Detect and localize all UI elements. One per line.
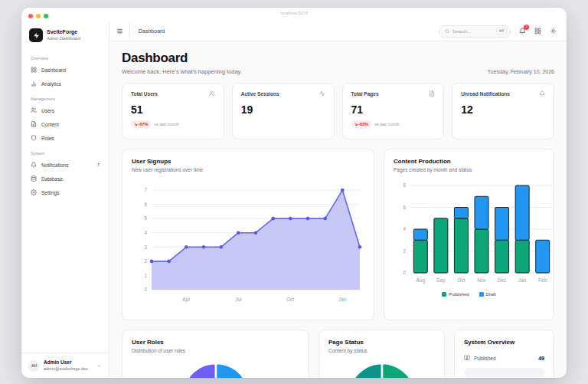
card-title: System Overview xyxy=(464,339,544,346)
user-signups-chart: 01234567AprJulOctJan xyxy=(132,178,364,310)
search-input[interactable]: Search... ⌘K xyxy=(439,25,511,38)
bar-chart-icon xyxy=(31,80,37,87)
window-title: localhost:5173 xyxy=(21,11,567,15)
svg-text:4: 4 xyxy=(144,230,147,235)
svg-text:0: 0 xyxy=(144,287,147,292)
svg-text:Apr: Apr xyxy=(182,297,191,303)
sidebar-toggle-button[interactable] xyxy=(109,21,130,41)
production-legend: PublishedDraft xyxy=(394,292,544,297)
stat-label: Total Users xyxy=(131,91,158,97)
bottom-row: User Roles Distribution of user roles Pa… xyxy=(122,330,554,378)
sidebar-item-label: Roles xyxy=(41,136,54,141)
stats-row: Total Users 51 ↘-67% vs last month Activ… xyxy=(122,83,554,139)
svg-text:0: 0 xyxy=(403,270,406,275)
overview-row-published: Published 49 xyxy=(464,355,544,361)
legend-swatch xyxy=(479,292,484,297)
legend-item-draft: Draft xyxy=(479,292,496,297)
stat-value: 71 xyxy=(351,103,436,116)
gear-icon xyxy=(31,189,37,195)
delta-note: vs last month xyxy=(154,122,178,126)
book-icon xyxy=(464,355,470,361)
trend-down-icon: ↘ xyxy=(134,122,138,126)
user-menu[interactable]: AU Admin User admin@svelteforge.dev xyxy=(21,353,109,378)
svg-text:5: 5 xyxy=(144,215,147,221)
chart-title: User Signups xyxy=(132,158,364,165)
chart-subtitle: Distribution of user roles xyxy=(132,348,299,353)
chart-title: Content Production xyxy=(394,158,544,165)
stat-value: 51 xyxy=(131,103,215,116)
overview-label: Published xyxy=(474,356,496,361)
svg-text:8: 8 xyxy=(403,182,406,188)
file-text-icon xyxy=(429,90,435,97)
shield-icon xyxy=(31,135,37,141)
sidebar-item-users[interactable]: Users xyxy=(28,104,103,117)
file-text-icon xyxy=(31,121,37,127)
pie-chart-svg xyxy=(179,360,253,378)
user-name: Admin User xyxy=(44,359,88,366)
sidebar-item-dashboard[interactable]: Dashboard xyxy=(28,64,103,76)
brand-logo xyxy=(29,28,43,42)
topbar: Dashboard Search... ⌘K 7 xyxy=(109,21,567,41)
stat-card-unread-notifications: Unread Notifications 12 xyxy=(452,83,554,139)
sidebar-item-roles[interactable]: Roles xyxy=(28,132,103,144)
stat-value: 19 xyxy=(241,103,325,116)
sidebar-item-label: Settings xyxy=(41,190,60,195)
svg-text:Aug: Aug xyxy=(416,277,425,284)
theme-toggle-button[interactable] xyxy=(550,28,557,34)
bolt-icon xyxy=(33,32,40,39)
svg-text:Dec: Dec xyxy=(498,277,507,283)
nav-section-system: System xyxy=(31,151,100,156)
stat-label: Active Sessions xyxy=(241,91,279,97)
pie-chart-svg xyxy=(345,360,419,378)
browser-window: localhost:5173 SvelteForge Admin Dashboa… xyxy=(21,8,567,378)
chart-subtitle: Pages created by month and status xyxy=(394,167,544,172)
overview-value: 49 xyxy=(538,356,544,361)
svg-text:2: 2 xyxy=(144,258,147,264)
sidebar-item-settings[interactable]: Settings xyxy=(28,186,103,199)
sidebar-item-notifications[interactable]: Notifications 7 xyxy=(28,159,103,171)
notifications-button[interactable]: 7 xyxy=(519,28,526,34)
content-production-chart: 02468AugSepOctNovDecJanFeb xyxy=(394,178,544,290)
page-title: Dashboard xyxy=(122,51,242,66)
legend-swatch xyxy=(442,292,446,297)
chart-subtitle: New user registrations over time xyxy=(132,167,364,172)
sidebar-item-analytics[interactable]: Analytics xyxy=(28,77,103,90)
avatar: AU xyxy=(28,360,40,372)
chart-title: Page Status xyxy=(328,339,435,346)
chevron-down-icon xyxy=(96,363,102,369)
brand-subtitle: Admin Dashboard xyxy=(47,36,80,41)
sidebar: SvelteForge Admin Dashboard Overview Das… xyxy=(21,21,109,378)
bell-icon xyxy=(31,162,37,168)
main-area: Dashboard Search... ⌘K 7 xyxy=(109,21,567,378)
brand-name: SvelteForge xyxy=(47,29,80,35)
search-shortcut-badge: ⌘K xyxy=(496,28,507,34)
apps-grid-button[interactable] xyxy=(534,28,541,34)
sidebar-nav: Overview Dashboard Analytics Management … xyxy=(21,48,109,353)
search-icon xyxy=(445,29,449,34)
users-icon xyxy=(209,90,215,97)
search-placeholder: Search... xyxy=(452,29,471,34)
breadcrumb: Dashboard xyxy=(130,28,165,34)
svg-text:6: 6 xyxy=(144,202,147,207)
page-content: Dashboard Welcome back. Here's what's ha… xyxy=(109,41,567,378)
sidebar-item-label: Database xyxy=(41,176,63,182)
svg-text:6: 6 xyxy=(403,205,406,210)
sidebar-item-content[interactable]: Content xyxy=(28,118,103,130)
sidebar-item-label: Users xyxy=(41,108,54,113)
user-roles-card: User Roles Distribution of user roles xyxy=(122,330,309,378)
stat-card-total-pages: Total Pages 71 ↘-62% vs last month xyxy=(342,83,445,139)
nav-section-overview: Overview xyxy=(31,56,100,61)
system-overview-card: System Overview Published 49 xyxy=(454,330,554,378)
svg-text:2: 2 xyxy=(403,248,406,254)
stacked-bar-chart-svg: 02468AugSepOctNovDecJanFeb xyxy=(394,178,557,290)
sidebar-item-database[interactable]: Database xyxy=(28,172,103,185)
database-icon xyxy=(31,176,37,182)
chart-subtitle: Content by status xyxy=(328,348,435,353)
legend-label: Draft xyxy=(486,292,496,297)
svg-text:Feb: Feb xyxy=(538,277,547,283)
nav-section-management: Management xyxy=(31,97,100,101)
svg-text:Jan: Jan xyxy=(518,277,527,283)
charts-row: User Signups New user registrations over… xyxy=(122,149,554,320)
page-status-card: Page Status Content by status xyxy=(318,330,445,378)
stat-value: 12 xyxy=(461,103,545,116)
